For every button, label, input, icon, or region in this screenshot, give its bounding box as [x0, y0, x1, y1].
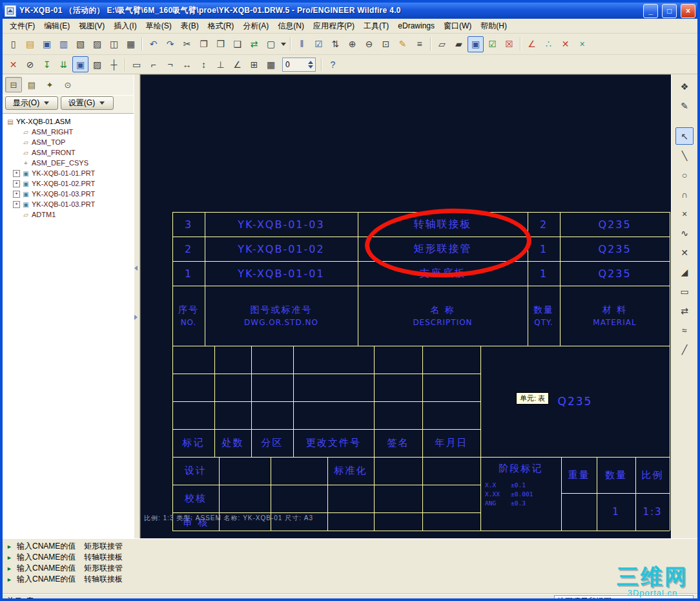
titleblock-check-label[interactable]: 校核: [172, 485, 219, 512]
bom-cell-qty[interactable]: 1: [528, 237, 560, 261]
point-tool-button[interactable]: ∴: [540, 36, 557, 52]
perpendicular-button[interactable]: ⊥: [212, 56, 229, 72]
bom-header-qty[interactable]: 数量 QTY.: [528, 286, 560, 346]
erase-display-button[interactable]: ▧: [72, 36, 88, 52]
point-tool-button[interactable]: ×: [675, 205, 694, 222]
repeat-region-button[interactable]: ▦: [263, 56, 279, 72]
sheet-lock-button[interactable]: ▣: [72, 56, 88, 72]
tree-item-adtm1[interactable]: ▱ ADTM1: [4, 209, 132, 220]
edrawings-publish-button[interactable]: ❖: [675, 78, 694, 95]
tree-item-part-1[interactable]: + ▣ YK-XQB-01-01.PRT: [4, 168, 132, 178]
cut-button[interactable]: ✂: [179, 36, 195, 52]
stepper-up-icon[interactable]: [308, 61, 313, 64]
bom-cell-no[interactable]: 1: [172, 261, 205, 286]
search-folder-tab-icon[interactable]: ⊙: [59, 77, 76, 92]
titleblock-weight-label[interactable]: 重量: [561, 457, 597, 493]
open-button[interactable]: ▤: [22, 36, 38, 52]
menu-applications[interactable]: 应用程序(P): [309, 19, 359, 33]
stepper-down-icon[interactable]: [308, 65, 313, 69]
tree-item-part-3[interactable]: + ▣ YK-XQB-01-03.PRT: [4, 189, 132, 199]
close-button[interactable]: ×: [681, 4, 695, 18]
tree-item-part-4[interactable]: + ▣ YK-XQB-01-03.PRT: [4, 199, 132, 209]
menu-sketch[interactable]: 草绘(S): [141, 19, 176, 33]
bom-cell-material[interactable]: Q235: [560, 212, 670, 237]
titleblock-scale-label[interactable]: 比例: [635, 457, 670, 493]
model-tree[interactable]: ▤ YK-XQB-01.ASM ▱ ASM_RIGHT ▱ ASM_TOP ▱ …: [3, 114, 134, 538]
drawing-canvas[interactable]: 3 YK-XQB-01-03 转轴联接板 2 Q235 2 YK-XQB-01-…: [140, 74, 671, 538]
select-tool-button[interactable]: ↖: [675, 127, 694, 145]
bom-cell-material[interactable]: Q235: [560, 237, 670, 261]
rev-header-date[interactable]: 年月日: [422, 429, 480, 457]
expand-icon[interactable]: +: [13, 191, 20, 198]
bom-header-material[interactable]: 材 料 MATERIAL: [560, 286, 670, 346]
angle-dim-button[interactable]: ∠: [229, 56, 245, 72]
construction-line-button[interactable]: ╱: [675, 341, 694, 358]
maximize-button[interactable]: □: [662, 4, 677, 18]
delete-button[interactable]: ✕: [5, 56, 21, 72]
settings-dropdown-button[interactable]: 设置(G): [61, 96, 114, 110]
titleblock-scale-value[interactable]: 1:3: [635, 493, 670, 531]
rev-header-count[interactable]: 处数: [214, 429, 251, 457]
drawing-accept-button[interactable]: ☑: [484, 36, 500, 52]
menu-info[interactable]: 信息(N): [273, 19, 309, 33]
menu-view[interactable]: 视图(V): [74, 19, 109, 33]
pause-button[interactable]: ‖: [294, 36, 310, 52]
new-file-button[interactable]: ▯: [5, 36, 21, 52]
update-tables-button[interactable]: ⇊: [56, 56, 72, 72]
dim-horizontal-button[interactable]: ↔: [179, 56, 195, 72]
menu-window[interactable]: 窗口(W): [439, 19, 476, 33]
datum-display-button[interactable]: ☑: [311, 36, 327, 52]
edrawings-markup-button[interactable]: ✎: [675, 97, 694, 114]
tree-item-asm-top[interactable]: ▱ ASM_TOP: [4, 137, 132, 147]
sheet-setup-button[interactable]: ▭: [129, 56, 145, 72]
save-copy-button[interactable]: ▥: [56, 36, 72, 52]
tree-item-asm-right[interactable]: ▱ ASM_RIGHT: [4, 127, 132, 137]
hatch-button[interactable]: ▨: [89, 56, 105, 72]
tree-item-asm-front[interactable]: ▱ ASM_FRONT: [4, 147, 132, 158]
paste-special-button[interactable]: ❑: [229, 36, 245, 52]
titleblock-design-label[interactable]: 设计: [172, 457, 219, 485]
value-stepper-input[interactable]: [283, 60, 307, 69]
rev-header-zone[interactable]: 分区: [251, 429, 293, 457]
print-button[interactable]: ▦: [123, 36, 139, 52]
copy-button[interactable]: ❐: [196, 36, 212, 52]
regenerate-button[interactable]: ⇄: [246, 36, 262, 52]
move-special-button[interactable]: ⇅: [327, 36, 344, 52]
menu-insert[interactable]: 插入(I): [109, 19, 141, 33]
layers-button[interactable]: ≡: [411, 36, 427, 52]
import-button[interactable]: ↧: [39, 56, 55, 72]
delete-tool-button[interactable]: ✕: [557, 36, 573, 52]
bom-cell-material[interactable]: Q235: [560, 261, 670, 286]
dim-vertical-button[interactable]: ↕: [196, 56, 212, 72]
menu-table[interactable]: 表(B): [176, 19, 203, 33]
zoom-refit-button[interactable]: ⊡: [378, 36, 394, 52]
zoom-out-button[interactable]: ⊖: [361, 36, 377, 52]
circle-tool-button[interactable]: ○: [675, 166, 694, 184]
titleblock-standardization-label[interactable]: 标准化: [327, 457, 374, 485]
favorites-tab-icon[interactable]: ✦: [41, 77, 58, 92]
rev-header-docno[interactable]: 更改文件号: [293, 429, 374, 457]
lock-button[interactable]: ⊘: [22, 56, 38, 72]
zoom-in-button[interactable]: ⊕: [344, 36, 360, 52]
bom-cell-code[interactable]: YK-XQB-01-03: [205, 212, 358, 237]
paste-button[interactable]: ❒: [212, 36, 229, 52]
bom-header-name[interactable]: 名 称 DESCRIPTION: [358, 286, 528, 346]
select-button[interactable]: ▢: [263, 36, 279, 52]
rev-header-mark[interactable]: 标记: [172, 429, 214, 457]
collapse-right-icon[interactable]: [134, 315, 138, 320]
default-view-button[interactable]: ▱: [434, 36, 450, 52]
spline-tool-button[interactable]: ∿: [675, 224, 694, 242]
titleblock-qty-label[interactable]: 数量: [597, 457, 635, 493]
align-left-button[interactable]: ⌐: [145, 56, 161, 72]
select-dropdown-caret[interactable]: [281, 43, 286, 46]
rev-header-signature[interactable]: 签名: [374, 429, 422, 457]
redo-button[interactable]: ↷: [162, 36, 178, 52]
collapse-left-icon[interactable]: [134, 266, 138, 271]
minimize-button[interactable]: _: [643, 4, 658, 18]
menu-tools[interactable]: 工具(T): [359, 19, 393, 33]
menu-help[interactable]: 帮助(H): [476, 19, 511, 33]
expand-icon[interactable]: +: [13, 170, 20, 177]
angle-tool-button[interactable]: ∠: [524, 36, 540, 52]
bom-cell-qty[interactable]: 2: [528, 212, 560, 237]
delete-segment-button[interactable]: ✕: [675, 244, 694, 261]
